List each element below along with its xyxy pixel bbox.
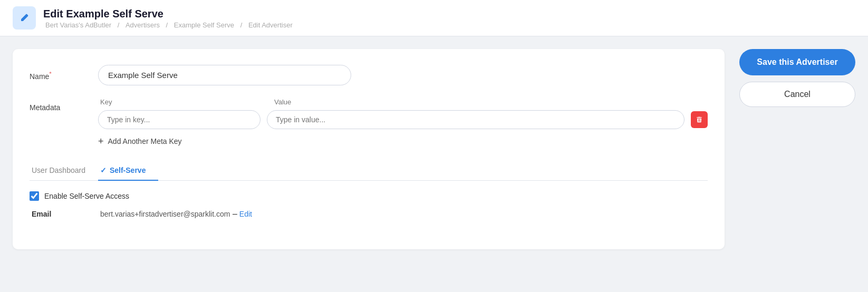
email-edit-link[interactable]: Edit: [239, 210, 252, 218]
edit-icon: [18, 12, 30, 24]
tabs-row: User Dashboard ✓ Self-Serve: [30, 161, 708, 181]
sidebar-actions: Save this Advertiser Cancel: [739, 49, 855, 107]
header-icon: [13, 6, 36, 30]
name-input[interactable]: [98, 65, 351, 85]
metadata-fields: Key Value + Add Another Meta Key: [98, 98, 708, 148]
delete-meta-button[interactable]: [691, 111, 708, 128]
email-label: Email: [32, 210, 100, 218]
form-card: Name* Metadata Key Value: [13, 49, 725, 249]
tab-self-serve[interactable]: ✓ Self-Serve: [98, 161, 158, 181]
check-icon: ✓: [100, 166, 107, 174]
name-row: Name*: [30, 65, 708, 85]
trash-icon: [696, 116, 703, 123]
meta-value-input[interactable]: [267, 110, 684, 129]
name-field-container: [98, 65, 708, 85]
meta-key-input[interactable]: [98, 110, 261, 129]
metadata-row: Metadata Key Value + Ad: [30, 98, 708, 148]
meta-value-header: Value: [267, 98, 708, 106]
tab-user-dashboard-label: User Dashboard: [32, 166, 85, 174]
breadcrumb-sep-3: /: [240, 21, 243, 29]
page-title: Edit Example Self Serve: [43, 7, 295, 20]
breadcrumb-item-1: Bert Varias's AdButler: [45, 21, 111, 29]
email-row: Email bert.varias+firstadvertiser@sparkl…: [30, 209, 708, 219]
email-value: bert.varias+firstadvertiser@sparklit.com: [100, 210, 230, 218]
add-meta-button[interactable]: + Add Another Meta Key: [98, 134, 182, 148]
tab-content: Enable Self-Serve Access Email bert.vari…: [30, 181, 708, 219]
name-label: Name*: [30, 65, 98, 81]
breadcrumb-item-3: Example Self Serve: [174, 21, 234, 29]
tab-self-serve-label: Self-Serve: [110, 166, 146, 174]
breadcrumb-sep-2: /: [166, 21, 168, 29]
enable-self-serve-checkbox[interactable]: [30, 191, 39, 201]
header-text: Edit Example Self Serve Bert Varias's Ad…: [43, 7, 295, 29]
breadcrumb-sep-1: /: [118, 21, 120, 29]
page-header: Edit Example Self Serve Bert Varias's Ad…: [0, 0, 868, 36]
plus-icon: +: [98, 137, 104, 146]
breadcrumb-item-4: Edit Advertiser: [248, 21, 293, 29]
breadcrumb-item-2: Advertisers: [126, 21, 160, 29]
main-layout: Name* Metadata Key Value: [0, 36, 868, 262]
meta-row-1: [98, 110, 708, 129]
metadata-label: Metadata: [30, 98, 98, 112]
meta-header: Key Value: [98, 98, 708, 106]
breadcrumb: Bert Varias's AdButler / Advertisers / E…: [43, 21, 295, 29]
enable-self-serve-row: Enable Self-Serve Access: [30, 191, 708, 201]
tab-user-dashboard[interactable]: User Dashboard: [30, 161, 98, 181]
meta-key-header: Key: [98, 98, 267, 106]
add-meta-label: Add Another Meta Key: [108, 137, 182, 145]
cancel-button[interactable]: Cancel: [739, 82, 855, 107]
save-advertiser-button[interactable]: Save this Advertiser: [739, 49, 855, 75]
email-dash-char: –: [233, 209, 237, 219]
enable-self-serve-label[interactable]: Enable Self-Serve Access: [44, 192, 129, 200]
